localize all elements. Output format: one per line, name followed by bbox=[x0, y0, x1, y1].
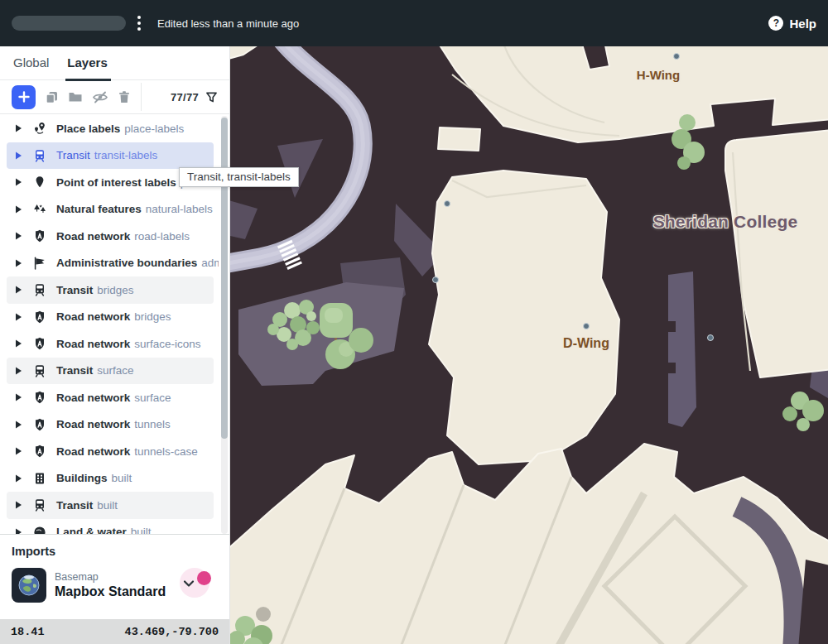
layer-row-transit-built[interactable]: Transitbuilt bbox=[7, 492, 214, 519]
layer-name: Point of interest labels bbox=[56, 176, 176, 189]
road-icon bbox=[33, 418, 46, 431]
road-icon bbox=[33, 445, 46, 458]
layer-name: Road network bbox=[56, 445, 130, 458]
layer-row-road-road-labels[interactable]: Road networkroad-labels bbox=[7, 223, 214, 250]
expand-arrow-icon[interactable] bbox=[15, 528, 22, 534]
layer-name: Road network bbox=[56, 230, 130, 243]
notification-badge bbox=[197, 571, 211, 585]
expand-arrow-icon[interactable] bbox=[15, 421, 22, 429]
panel-tabs: Global Layers bbox=[0, 46, 229, 80]
layer-row-road-surface-icons[interactable]: Road networksurface-icons bbox=[7, 330, 214, 358]
layer-name: Transit bbox=[56, 149, 90, 161]
layer-row-natural-natural-labels[interactable]: Natural featuresnatural-labels bbox=[7, 196, 214, 223]
help-button[interactable]: ? Help bbox=[768, 16, 816, 31]
layer-name: Transit bbox=[56, 284, 93, 296]
road-icon bbox=[33, 391, 46, 404]
duplicate-layer-button[interactable] bbox=[45, 90, 59, 104]
layer-id: bridges bbox=[134, 310, 171, 323]
filter-funnel-icon[interactable] bbox=[205, 91, 218, 103]
transit-icon bbox=[33, 364, 46, 377]
layer-row-transit-surface[interactable]: Transitsurface bbox=[7, 358, 214, 385]
layer-row-road-tunnels[interactable]: Road networktunnels bbox=[7, 411, 214, 439]
help-icon: ? bbox=[768, 16, 783, 31]
style-name-pill[interactable] bbox=[12, 16, 126, 31]
basemap-thumbnail bbox=[12, 568, 46, 603]
transit-icon bbox=[33, 283, 46, 296]
layer-row-buildings-built[interactable]: Buildingsbuilt bbox=[7, 465, 214, 493]
mapbox-studio-app: H-Wing D-Wing Sheridan College Edited le… bbox=[0, 0, 828, 644]
layer-name: Transit bbox=[56, 364, 93, 377]
layer-row-land-built[interactable]: Land & waterbuilt bbox=[7, 519, 214, 535]
folder-icon bbox=[68, 90, 83, 103]
tab-global[interactable]: Global bbox=[13, 55, 49, 71]
road-icon bbox=[33, 229, 46, 243]
group-layers-button[interactable] bbox=[68, 90, 83, 103]
expand-arrow-icon[interactable] bbox=[15, 367, 22, 375]
layers-panel: Global Layers bbox=[0, 46, 230, 644]
plus-icon bbox=[18, 91, 30, 103]
layer-count: 77/77 bbox=[171, 91, 199, 103]
toggle-visibility-button[interactable] bbox=[92, 89, 108, 104]
natural-icon bbox=[33, 203, 46, 216]
buildings-icon bbox=[33, 472, 46, 485]
chevron-down-icon bbox=[181, 576, 196, 594]
layer-row-road-surface[interactable]: Road networksurface bbox=[7, 384, 214, 411]
layer-row-road-bridges[interactable]: Road networkbridges bbox=[7, 304, 214, 331]
layer-id: built bbox=[97, 499, 118, 512]
style-menu-button[interactable] bbox=[129, 13, 149, 33]
expand-arrow-icon[interactable] bbox=[15, 313, 22, 321]
top-bar: Edited less than a minute ago ? Help bbox=[0, 0, 828, 46]
layer-row-road-tunnels-case[interactable]: Road networktunnels-case bbox=[7, 438, 214, 465]
road-icon bbox=[33, 337, 46, 350]
layer-id: place-labels bbox=[124, 123, 184, 135]
map-canvas[interactable]: H-Wing D-Wing Sheridan College bbox=[230, 46, 828, 644]
basemap-import-card[interactable]: Basemap Mapbox Standard bbox=[12, 568, 218, 603]
layer-id: tunnels bbox=[134, 418, 171, 430]
import-type-label: Basemap bbox=[55, 571, 166, 583]
trash-icon bbox=[118, 90, 131, 104]
add-layer-button[interactable] bbox=[12, 85, 36, 109]
expand-arrow-icon[interactable] bbox=[15, 501, 22, 509]
map-render bbox=[230, 46, 828, 644]
layer-id: bridges bbox=[97, 284, 133, 296]
expand-arrow-icon[interactable] bbox=[15, 178, 22, 186]
delete-layer-button[interactable] bbox=[118, 90, 131, 104]
layer-row-admin-admin[interactable]: Administrative boundariesadmin bbox=[7, 250, 214, 277]
layer-row-transit-bridges[interactable]: Transitbridges bbox=[7, 276, 214, 304]
edited-status: Edited less than a minute ago bbox=[157, 17, 299, 30]
place-icon bbox=[33, 122, 46, 135]
expand-arrow-icon[interactable] bbox=[15, 259, 22, 267]
road-icon bbox=[33, 310, 46, 324]
layer-name: Road network bbox=[56, 338, 130, 350]
scrollbar-thumb[interactable] bbox=[221, 118, 228, 439]
layer-id: built bbox=[112, 472, 132, 484]
layer-name: Transit bbox=[56, 499, 93, 512]
expand-arrow-icon[interactable] bbox=[15, 205, 22, 214]
expand-arrow-icon[interactable] bbox=[15, 124, 22, 132]
layer-tooltip: Transit, transit-labels bbox=[179, 167, 299, 187]
expand-arrow-icon[interactable] bbox=[15, 286, 22, 294]
help-label: Help bbox=[789, 17, 816, 31]
eye-off-icon bbox=[92, 89, 108, 104]
basemap-expand-button[interactable] bbox=[178, 566, 211, 599]
layer-name: Natural features bbox=[56, 203, 142, 215]
expand-arrow-icon[interactable] bbox=[15, 393, 22, 401]
layer-name: Road network bbox=[56, 310, 130, 323]
layer-name: Administrative boundaries bbox=[56, 257, 197, 269]
expand-arrow-icon[interactable] bbox=[15, 232, 22, 240]
expand-arrow-icon[interactable] bbox=[15, 474, 22, 483]
layer-row-place-place-labels[interactable]: Place labelsplace-labels bbox=[7, 115, 214, 142]
layer-row-transit-transit-labels[interactable]: Transittransit-labels bbox=[7, 142, 214, 170]
zoom-level: 18.41 bbox=[11, 626, 45, 638]
tab-layers[interactable]: Layers bbox=[67, 55, 107, 71]
layer-id: natural-labels bbox=[146, 203, 213, 215]
coordinates: 43.469,-79.700 bbox=[125, 626, 219, 638]
expand-arrow-icon[interactable] bbox=[15, 339, 22, 348]
layer-id: transit-labels bbox=[94, 149, 158, 161]
layer-name: Road network bbox=[56, 418, 130, 430]
layer-name: Road network bbox=[56, 392, 130, 404]
expand-arrow-icon[interactable] bbox=[15, 447, 22, 455]
layer-id: tunnels-case bbox=[134, 445, 198, 458]
expand-arrow-icon[interactable] bbox=[15, 151, 22, 160]
import-name: Mapbox Standard bbox=[55, 584, 166, 599]
